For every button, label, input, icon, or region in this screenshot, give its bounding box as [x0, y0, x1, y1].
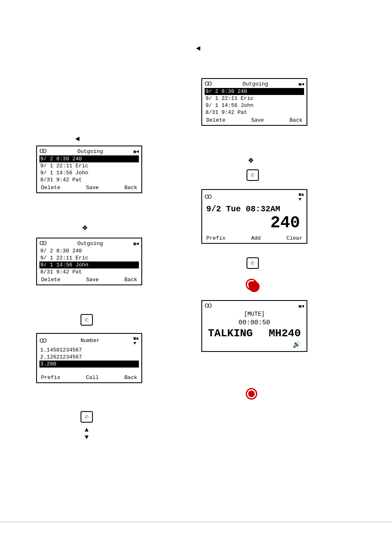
speaker-icon: 🔊 — [293, 341, 301, 349]
screen4-signal: Ꝏ — [205, 81, 212, 87]
screen1-row1[interactable]: 9/ 2 8:30 240 — [39, 155, 139, 162]
scroll-down-icon[interactable]: ▼ — [85, 434, 89, 442]
screen1-row3[interactable]: 9/ 1 14:56 John — [39, 169, 139, 176]
screen2-battery: ▣◄ — [134, 241, 139, 246]
screen3-prefix[interactable]: Prefix — [41, 375, 60, 381]
scroll-arrows-left[interactable]: ▲ ▼ — [85, 427, 89, 441]
screen5-clear[interactable]: Clear — [286, 235, 302, 241]
call-icon-left: ✆ — [85, 317, 89, 324]
call-button-right1[interactable]: ✆ — [247, 169, 259, 181]
screen3-row3[interactable]: 3.200 — [39, 361, 139, 368]
screen3-bottom: Prefix Call Back — [39, 375, 139, 381]
screen4-row1[interactable]: 9/ 2 8:30 240 — [205, 88, 304, 95]
record-dot-right2 — [248, 391, 255, 397]
screen6-battery: ▣◄ — [299, 303, 304, 309]
screen4-row4[interactable]: 8/31 9:42 Pat — [205, 109, 304, 116]
record-dot-right1 — [248, 281, 255, 288]
screen5-status-bar: Ꝏ ▣▲▼ — [205, 192, 304, 202]
screen3-row2[interactable]: 2.12621234567 — [39, 354, 139, 361]
screen6-signal: Ꝏ — [205, 303, 212, 309]
screen2-row4[interactable]: 8/31 9:42 Pat — [39, 268, 139, 275]
screen4-save[interactable]: Save — [251, 117, 264, 123]
screen1-row2[interactable]: 9/ 1 22:11 Eric — [39, 162, 139, 169]
screen4-title: Outgoing — [242, 81, 268, 87]
screen1: Ꝏ Outgoing ▣◄ 9/ 2 8:30 240 9/ 1 22:11 E… — [36, 146, 142, 193]
arrow-left-mid-left: ◄ — [75, 135, 80, 143]
screen5-battery: ▣▲▼ — [299, 192, 304, 202]
screen2-status-bar: Ꝏ Outgoing ▣◄ — [39, 240, 139, 247]
screen1-back[interactable]: Back — [125, 185, 137, 191]
screen5-number: 240 — [205, 214, 304, 234]
bottom-rule — [0, 522, 392, 522]
screen1-save[interactable]: Save — [86, 185, 99, 191]
screen3-title: Number — [81, 338, 100, 344]
screen1-battery: ▣◄ — [134, 149, 139, 154]
screen1-delete[interactable]: Delete — [41, 185, 60, 191]
screen4-battery: ▣◄ — [299, 81, 304, 87]
screen1-signal: Ꝏ — [39, 148, 47, 155]
screen6-status-bar: Ꝏ ▣◄ — [205, 303, 304, 309]
screen4: Ꝏ Outgoing ▣◄ 9/ 2 8:30 240 9/ 1 22:11 E… — [201, 78, 307, 126]
screen3-call[interactable]: Call — [86, 375, 99, 381]
screen3: Ꝏ Number ▣▲▼ 1.14581234567 2.12621234567… — [36, 333, 142, 383]
screen3-status-bar: Ꝏ Number ▣▲▼ — [39, 335, 139, 346]
screen3-scroll: ▣▲▼ — [134, 335, 139, 346]
screen1-bottom: Delete Save Back — [39, 185, 139, 191]
page-container: ◄ ◄ Ꝏ Outgoing ▣◄ 9/ 2 8:30 240 9/ 1 22:… — [0, 0, 392, 555]
arrow-left-top: ◄ — [196, 44, 201, 53]
screen2-signal: Ꝏ — [39, 240, 47, 247]
screen2-back[interactable]: Back — [125, 277, 137, 283]
screen1-row4[interactable]: 8/31 9:42 Pat — [39, 176, 139, 183]
screen5: Ꝏ ▣▲▼ 9/2 Tue 08:32AM 240 Prefix Add Cle… — [201, 189, 307, 244]
screen2-title: Outgoing — [77, 240, 103, 247]
screen5-bottom: Prefix Add Clear — [205, 235, 304, 241]
screen2: Ꝏ Outgoing ▣◄ 9/ 2 8:30 240 9/ 1 22:11 E… — [36, 238, 142, 285]
screen3-signal: Ꝏ — [39, 338, 47, 344]
screen6-timer: 00:00:50 — [205, 318, 304, 327]
screen6-speaker: 🔊 — [205, 340, 304, 349]
screen5-datetime: 9/2 Tue 08:32AM — [205, 203, 304, 214]
scroll-up-icon[interactable]: ▲ — [85, 427, 89, 434]
screen1-status-bar: Ꝏ Outgoing ▣◄ — [39, 148, 139, 155]
call-icon-right2: ✆ — [251, 260, 255, 267]
nav-cross-left[interactable]: ❖ — [82, 222, 88, 233]
screen6-talking: TALKING — [208, 327, 253, 340]
screen4-bottom: Delete Save Back — [205, 117, 304, 123]
screen6-talking-row: TALKING MH240 — [205, 327, 304, 340]
screen5-signal: Ꝏ — [205, 194, 212, 200]
screen3-row1[interactable]: 1.14581234567 — [39, 347, 139, 354]
screen3-back[interactable]: Back — [125, 375, 137, 381]
screen2-save[interactable]: Save — [86, 277, 99, 283]
screen2-delete[interactable]: Delete — [41, 277, 60, 283]
screen4-back[interactable]: Back — [290, 117, 302, 123]
screen5-prefix[interactable]: Prefix — [206, 235, 226, 241]
call-button-left[interactable]: ✆ — [81, 314, 93, 326]
screen4-row2[interactable]: 9/ 1 22:11 Eric — [205, 95, 304, 102]
screen6: Ꝏ ▣◄ [MUTE] 00:00:50 TALKING MH240 🔊 — [201, 300, 307, 352]
screen1-title: Outgoing — [77, 148, 103, 155]
screen2-bottom: Delete Save Back — [39, 277, 139, 283]
screen2-row1[interactable]: 9/ 2 8:30 240 — [39, 247, 139, 254]
screen4-status-bar: Ꝏ Outgoing ▣◄ — [205, 81, 304, 87]
nav-cross-right[interactable]: ❖ — [248, 155, 254, 166]
call-icon-right1: ✆ — [251, 172, 255, 179]
call-button-right2[interactable]: ✆ — [247, 257, 259, 269]
call-button-left2[interactable]: ✆ — [81, 411, 93, 423]
screen6-mute: [MUTE] — [205, 310, 304, 318]
screen6-station: MH240 — [269, 327, 301, 340]
screen2-row2[interactable]: 9/ 1 22:11 Eric — [39, 254, 139, 261]
screen2-row3[interactable]: 9/ 1 14:56 John — [39, 261, 139, 268]
screen4-delete[interactable]: Delete — [206, 117, 226, 123]
screen5-add[interactable]: Add — [251, 235, 261, 241]
screen4-row3[interactable]: 9/ 1 14:56 John — [205, 102, 304, 109]
call-icon-left2: ✆ — [85, 414, 89, 421]
